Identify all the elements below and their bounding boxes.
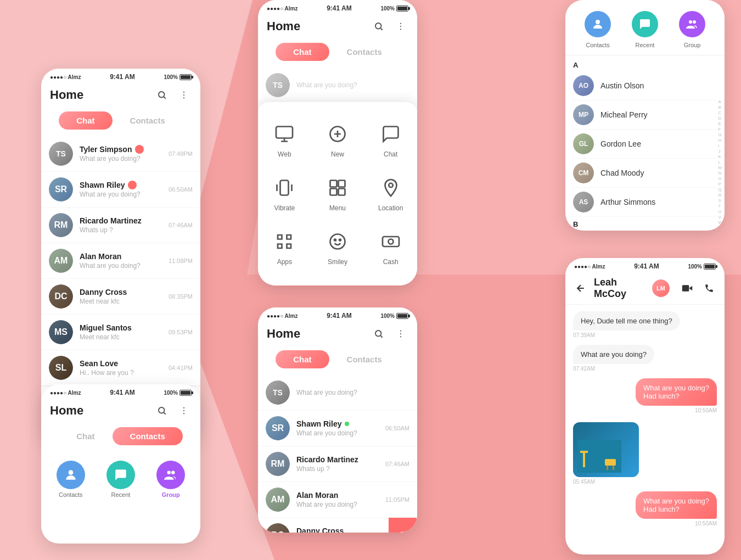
modal-new[interactable]: New — [311, 113, 364, 167]
chat-item-4-danny[interactable]: DC Danny Cross Meet near kfc 08:35PM — [258, 518, 389, 533]
modal-web[interactable]: Web — [258, 113, 311, 167]
smiley-label: Smiley — [328, 258, 347, 266]
avatar-austin: AO — [573, 75, 594, 96]
chat-name-alan: Alan Moran — [80, 252, 121, 261]
chat-item-alan[interactable]: AM Alan Moran What are you doing? 11:08P… — [41, 243, 200, 279]
menu-button-4[interactable] — [393, 326, 408, 341]
modal-cash[interactable]: Cash — [364, 221, 417, 275]
cash-svg — [381, 232, 401, 251]
modal-vibrate[interactable]: Vibrate — [258, 167, 311, 221]
chat-list-4: TS What are you doing? SR Shawn Riley Wh… — [258, 375, 417, 533]
contacts-tab-3[interactable]: Contacts — [329, 43, 400, 61]
msg-4: 05:45AM — [573, 420, 717, 485]
menu-button-1[interactable] — [176, 87, 192, 103]
chat-item-4-tyler[interactable]: TS What are you doing? — [258, 375, 417, 411]
delete-button-danny[interactable] — [389, 518, 417, 533]
app-title-4: Home — [267, 327, 300, 341]
carrier-2: ●●●●○ Almz — [50, 390, 81, 396]
chat-info-tyler: Tyler Simpson What are you doing? — [80, 145, 162, 163]
search-icon-4 — [374, 329, 384, 339]
svg-point-28 — [388, 239, 393, 244]
recent-tab-5[interactable]: Recent — [632, 11, 658, 48]
chat-tab-1[interactable]: Chat — [59, 111, 112, 130]
image-msg-4 — [573, 422, 639, 477]
chat-item-sean[interactable]: SL Sean Love Hi.. How are you ? 04:41PM — [41, 350, 200, 386]
svg-rect-21 — [330, 189, 336, 195]
status-bar-1: ●●●●○ Almz 9:41 AM 100% — [41, 69, 200, 83]
svg-point-25 — [334, 239, 336, 241]
contacts-tab-5[interactable]: Contacts — [585, 11, 611, 48]
avatar-arthur: AS — [573, 192, 594, 212]
time-2: 9:41 AM — [110, 389, 135, 396]
modal-location[interactable]: Location — [364, 167, 417, 221]
svg-rect-27 — [383, 237, 399, 247]
search-icon-1 — [157, 90, 167, 100]
group-tab-5[interactable]: Group — [679, 11, 705, 48]
chat-tab-4[interactable]: Chat — [276, 350, 329, 368]
chat-item-miguel[interactable]: MS Miguel Santos Meet near kfc 09:53PM — [41, 315, 200, 350]
chat-item-tyler[interactable]: TS Tyler Simpson What are you doing? 07:… — [41, 136, 200, 172]
location-icon — [379, 176, 403, 200]
apps-icon — [272, 229, 296, 254]
recent-icon-2 — [114, 468, 128, 482]
search-button-4[interactable] — [371, 326, 386, 341]
carrier-1: ●●●●○ Almz — [50, 74, 81, 80]
modal-smiley[interactable]: Smiley — [311, 221, 364, 275]
back-button[interactable] — [573, 281, 588, 296]
vibrate-svg — [274, 178, 294, 198]
vibrate-icon — [272, 176, 296, 200]
contacts-tab-2[interactable]: Contacts — [113, 427, 183, 445]
chat-tab-3[interactable]: Chat — [276, 43, 329, 61]
image-inner — [573, 422, 639, 477]
avatar-danny: DC — [49, 284, 73, 309]
contact-micheal[interactable]: MP Micheal Perry — [573, 100, 717, 130]
chat-header-6: Leah McCoy LM — [565, 272, 725, 305]
location-label: Location — [378, 204, 403, 212]
chat-item-shawn[interactable]: SR Shawn Riley What are you doing? 06:50… — [41, 172, 200, 208]
search-button-2[interactable] — [154, 403, 170, 418]
time-miguel: 09:53PM — [169, 329, 193, 335]
contact-austin[interactable]: AO Austin Olson — [573, 71, 717, 100]
recent-circle — [106, 461, 135, 489]
letter-b: B — [573, 220, 717, 228]
chat-item-4-shawn[interactable]: SR Shawn Riley What are you doing? 06:50… — [258, 411, 417, 446]
svg-point-8 — [183, 413, 184, 414]
search-button-1[interactable] — [154, 87, 170, 103]
modal-apps[interactable]: Apps — [258, 221, 311, 275]
svg-point-15 — [400, 29, 401, 30]
contacts-tab-4[interactable]: Contacts — [329, 350, 400, 368]
contacts-icon-wrap[interactable]: Contacts — [57, 461, 85, 498]
menu-button-3[interactable] — [393, 19, 408, 34]
carrier-3: ●●●●○ Almz — [267, 5, 298, 12]
group-icon-wrap[interactable]: Group — [156, 461, 185, 498]
menu-button-2[interactable] — [176, 403, 192, 418]
more-icon-1 — [179, 90, 189, 100]
modal-menu[interactable]: Menu — [311, 167, 364, 221]
time-alan: 11:08PM — [169, 257, 193, 264]
chat-item-4-ricardo[interactable]: RM Ricardo Martinez Whats up ? 07:46AM — [258, 446, 417, 482]
svg-rect-39 — [583, 451, 585, 467]
recent-icon-wrap[interactable]: Recent — [106, 461, 135, 498]
search-button-3[interactable] — [371, 19, 386, 34]
battery-4: 100% — [380, 313, 408, 319]
contact-gordon[interactable]: GL Gordon Lee — [573, 130, 717, 159]
chat-item-danny[interactable]: DC Danny Cross Meet near kfc 08:35PM — [41, 279, 200, 315]
time-msg-2: 07:42AM — [573, 366, 595, 372]
name-gordon: Gordon Lee — [600, 139, 641, 148]
contacts-tab-1[interactable]: Contacts — [113, 111, 183, 130]
chat-item-4-alan[interactable]: AM Alan Moran What are you doing? 11:05P… — [258, 482, 417, 518]
svg-rect-18 — [280, 181, 289, 195]
tab-bar-1: Chat Contacts — [41, 109, 200, 136]
contact-chad[interactable]: CM Chad Moody — [573, 159, 717, 188]
contact-arthur[interactable]: AS Arthur Simmons — [573, 188, 717, 217]
video-button[interactable] — [680, 281, 695, 296]
chat-item-ricardo[interactable]: RM Ricardo Martinez Whats up ? 07:46AM — [41, 208, 200, 243]
msg-1: Hey, Dude tell me one thing? 07:39AM — [573, 311, 717, 338]
chat-tab-2[interactable]: Chat — [59, 427, 112, 445]
time-shawn: 06:50AM — [169, 186, 193, 193]
call-button[interactable] — [701, 281, 717, 296]
smiley-icon — [325, 229, 350, 254]
app-header-3: Home — [258, 14, 417, 41]
time-msg-1: 07:39AM — [573, 332, 595, 338]
modal-chat[interactable]: Chat — [364, 113, 417, 167]
